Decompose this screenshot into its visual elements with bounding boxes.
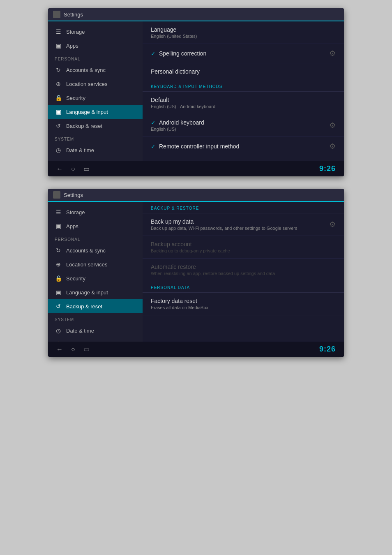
date-time-icon: ◷ bbox=[55, 327, 62, 334]
back-up-data-settings-icon[interactable]: ⚙ bbox=[329, 220, 336, 229]
setting-item-auto-restore[interactable]: Automatic restore When reinstalling an a… bbox=[143, 259, 344, 281]
backup-reset-icon: ↺ bbox=[55, 303, 62, 310]
home-button[interactable]: ○ bbox=[71, 346, 75, 353]
title-bar-label: Settings bbox=[64, 12, 83, 18]
default-keyboard-subtitle: English (US) - Android keyboard bbox=[151, 104, 215, 109]
sidebar: ☰ Storage ▣ Apps PERSONAL ↻ Accounts & s… bbox=[48, 202, 143, 342]
android-keyboard-settings-icon[interactable]: ⚙ bbox=[329, 121, 336, 130]
back-up-data-title: Back up my data bbox=[151, 218, 297, 225]
check-mark-icon: ✓ bbox=[151, 119, 156, 126]
setting-item-back-up-data[interactable]: Back up my data Back up app data, Wi-Fi … bbox=[143, 213, 344, 236]
sidebar-item-language-input[interactable]: ▣ Language & input bbox=[48, 285, 143, 299]
sidebar-item-language-input[interactable]: ▣ Language & input bbox=[48, 105, 143, 119]
backup-account-subtitle: Backing up to debug-only private cache bbox=[151, 248, 230, 253]
screen-screen1: Settings ☰ Storage ▣ Apps PERSONAL ↻ Acc… bbox=[48, 8, 344, 176]
location-services-label: Location services bbox=[66, 261, 107, 268]
main-content: ☰ Storage ▣ Apps PERSONAL ↻ Accounts & s… bbox=[48, 21, 344, 161]
home-button[interactable]: ○ bbox=[71, 165, 75, 173]
sidebar-section-personal-label: PERSONAL bbox=[48, 53, 143, 63]
auto-restore-subtitle: When reinstalling an app, restore backed… bbox=[151, 271, 275, 276]
sidebar-item-storage[interactable]: ☰ Storage bbox=[48, 205, 143, 219]
spelling-correction-left: ✓Spelling correction bbox=[151, 50, 206, 57]
title-bar: Settings bbox=[48, 189, 344, 202]
factory-reset-title: Factory data reset bbox=[151, 298, 208, 304]
setting-item-android-keyboard[interactable]: ✓Android keyboard English (US) ⚙ bbox=[143, 114, 344, 137]
sidebar-section-system-label: SYSTEM bbox=[48, 313, 143, 324]
remote-controller-title: ✓Remote controller input method bbox=[151, 143, 239, 150]
section-header-3: KEYBOARD & INPUT METHODS bbox=[143, 80, 344, 92]
nav-bar: ← ○ ▭ 9:26 bbox=[48, 342, 344, 357]
spelling-correction-settings-icon[interactable]: ⚙ bbox=[329, 49, 336, 58]
setting-item-remote-controller[interactable]: ✓Remote controller input method ⚙ bbox=[143, 137, 344, 156]
recents-button[interactable]: ▭ bbox=[83, 345, 90, 353]
main-content: ☰ Storage ▣ Apps PERSONAL ↻ Accounts & s… bbox=[48, 202, 344, 342]
title-bar: Settings bbox=[48, 8, 344, 21]
status-time: 9:26 bbox=[319, 164, 336, 173]
sidebar-item-date-time[interactable]: ◷ Date & time bbox=[48, 324, 143, 338]
check-mark-icon: ✓ bbox=[151, 143, 156, 150]
title-bar-label: Settings bbox=[64, 192, 83, 198]
sidebar-item-security[interactable]: 🔒 Security bbox=[48, 271, 143, 285]
nav-icons: ← ○ ▭ bbox=[56, 165, 90, 173]
security-label: Security bbox=[66, 275, 85, 282]
sidebar-item-security[interactable]: 🔒 Security bbox=[48, 91, 143, 105]
accessibility-icon: ✋ bbox=[55, 161, 62, 161]
accounts-sync-label: Accounts & sync bbox=[66, 67, 106, 73]
setting-item-default-keyboard[interactable]: Default English (US) - Android keyboard bbox=[143, 92, 344, 114]
sidebar-item-location-services[interactable]: ⊕ Location services bbox=[48, 77, 143, 91]
sidebar-item-backup-reset[interactable]: ↺ Backup & reset bbox=[48, 299, 143, 313]
sidebar-item-accounts-sync[interactable]: ↻ Accounts & sync bbox=[48, 63, 143, 77]
section-header-0: BACKUP & RESTORE bbox=[143, 202, 344, 213]
storage-icon: ☰ bbox=[55, 28, 62, 35]
spelling-correction-title: ✓Spelling correction bbox=[151, 50, 206, 57]
sidebar-item-storage[interactable]: ☰ Storage bbox=[48, 25, 143, 39]
android-keyboard-title: ✓Android keyboard bbox=[151, 119, 204, 126]
language-input-icon: ▣ bbox=[55, 109, 62, 115]
security-icon: 🔒 bbox=[55, 95, 62, 101]
language-input-icon: ▣ bbox=[55, 289, 62, 296]
sidebar-item-accessibility[interactable]: ✋ Accessibility bbox=[48, 338, 143, 342]
language-left: Language English (United States) bbox=[151, 26, 197, 39]
remote-controller-settings-icon[interactable]: ⚙ bbox=[329, 142, 336, 151]
status-time: 9:26 bbox=[319, 345, 336, 354]
accessibility-icon: ✋ bbox=[55, 341, 62, 342]
setting-item-factory-reset[interactable]: Factory data reset Erases all data on Me… bbox=[143, 293, 344, 315]
sidebar-item-accounts-sync[interactable]: ↻ Accounts & sync bbox=[48, 243, 143, 257]
sidebar-section-system-label: SYSTEM bbox=[48, 133, 143, 143]
accounts-sync-label: Accounts & sync bbox=[66, 247, 106, 254]
auto-restore-left: Automatic restore When reinstalling an a… bbox=[151, 264, 275, 276]
recents-button[interactable]: ▭ bbox=[83, 165, 90, 173]
backup-reset-label: Backup & reset bbox=[66, 123, 102, 129]
check-mark-icon: ✓ bbox=[151, 50, 156, 57]
setting-item-backup-account[interactable]: Backup account Backing up to debug-only … bbox=[143, 236, 344, 259]
back-up-data-left: Back up my data Back up app data, Wi-Fi … bbox=[151, 218, 297, 231]
security-label: Security bbox=[66, 95, 85, 101]
remote-controller-left: ✓Remote controller input method bbox=[151, 143, 239, 150]
accessibility-label: Accessibility bbox=[66, 342, 95, 342]
setting-item-language[interactable]: Language English (United States) bbox=[143, 21, 344, 44]
factory-reset-subtitle: Erases all data on MediaBox bbox=[151, 305, 208, 310]
setting-item-spelling-correction[interactable]: ✓Spelling correction ⚙ bbox=[143, 44, 344, 63]
backup-account-title: Backup account bbox=[151, 241, 230, 247]
setting-item-personal-dictionary[interactable]: Personal dictionary bbox=[143, 63, 344, 80]
back-button[interactable]: ← bbox=[56, 165, 63, 173]
apps-icon: ▣ bbox=[55, 223, 62, 229]
apps-label: Apps bbox=[66, 223, 78, 229]
backup-reset-icon: ↺ bbox=[55, 123, 62, 129]
sidebar-item-backup-reset[interactable]: ↺ Backup & reset bbox=[48, 119, 143, 133]
back-button[interactable]: ← bbox=[56, 346, 63, 353]
storage-label: Storage bbox=[66, 209, 85, 215]
sidebar-item-location-services[interactable]: ⊕ Location services bbox=[48, 257, 143, 271]
date-time-label: Date & time bbox=[66, 147, 94, 153]
date-time-label: Date & time bbox=[66, 328, 94, 334]
content-panel: BACKUP & RESTORE Back up my data Back up… bbox=[143, 202, 344, 342]
sidebar-item-apps[interactable]: ▣ Apps bbox=[48, 219, 143, 233]
accounts-sync-icon: ↻ bbox=[55, 67, 62, 73]
default-keyboard-left: Default English (US) - Android keyboard bbox=[151, 97, 215, 109]
android-keyboard-left: ✓Android keyboard English (US) bbox=[151, 119, 204, 132]
sidebar-item-apps[interactable]: ▣ Apps bbox=[48, 39, 143, 53]
auto-restore-title: Automatic restore bbox=[151, 264, 275, 270]
sidebar-item-accessibility[interactable]: ✋ Accessibility bbox=[48, 157, 143, 161]
screen-screen2: Settings ☰ Storage ▣ Apps PERSONAL ↻ Acc… bbox=[48, 189, 344, 357]
sidebar-item-date-time[interactable]: ◷ Date & time bbox=[48, 143, 143, 157]
